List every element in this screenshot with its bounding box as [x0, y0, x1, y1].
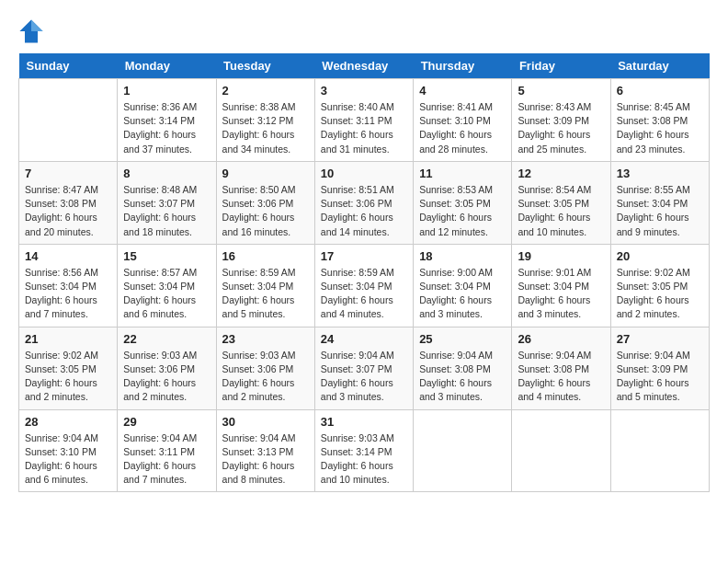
day-cell	[19, 79, 118, 162]
day-number: 25	[419, 332, 506, 346]
weekday-header-row: SundayMondayTuesdayWednesdayThursdayFrid…	[19, 53, 710, 79]
day-number: 20	[617, 249, 703, 263]
day-number: 8	[123, 167, 210, 180]
day-number: 5	[518, 84, 604, 98]
day-cell: 7 Sunrise: 8:47 AMSunset: 3:08 PMDayligh…	[19, 161, 118, 244]
weekday-wednesday: Wednesday	[314, 53, 413, 79]
day-info: Sunrise: 9:01 AMSunset: 3:04 PMDaylight:…	[518, 266, 604, 322]
day-number: 15	[123, 249, 210, 263]
day-cell: 27 Sunrise: 9:04 AMSunset: 3:09 PMDaylig…	[610, 327, 709, 409]
day-cell: 11 Sunrise: 8:53 AMSunset: 3:05 PMDaylig…	[414, 161, 512, 244]
day-number: 12	[518, 167, 604, 180]
day-cell: 18 Sunrise: 9:00 AMSunset: 3:04 PMDaylig…	[414, 244, 512, 327]
day-cell: 13 Sunrise: 8:55 AMSunset: 3:04 PMDaylig…	[610, 161, 709, 244]
day-cell: 14 Sunrise: 8:56 AMSunset: 3:04 PMDaylig…	[19, 244, 118, 327]
logo	[18, 18, 48, 44]
day-cell: 10 Sunrise: 8:51 AMSunset: 3:06 PMDaylig…	[314, 161, 413, 244]
day-number: 11	[419, 167, 506, 180]
day-info: Sunrise: 8:40 AMSunset: 3:11 PMDaylight:…	[321, 100, 407, 156]
day-info: Sunrise: 8:59 AMSunset: 3:04 PMDaylight:…	[222, 266, 309, 322]
day-cell: 5 Sunrise: 8:43 AMSunset: 3:09 PMDayligh…	[512, 79, 610, 162]
day-info: Sunrise: 9:02 AMSunset: 3:05 PMDaylight:…	[617, 266, 703, 322]
day-cell: 15 Sunrise: 8:57 AMSunset: 3:04 PMDaylig…	[118, 244, 216, 327]
day-info: Sunrise: 9:04 AMSunset: 3:08 PMDaylight:…	[518, 349, 604, 405]
weekday-monday: Monday	[118, 53, 216, 79]
day-cell: 3 Sunrise: 8:40 AMSunset: 3:11 PMDayligh…	[314, 79, 413, 162]
day-number: 19	[518, 249, 604, 263]
day-info: Sunrise: 9:04 AMSunset: 3:09 PMDaylight:…	[617, 349, 703, 405]
day-cell: 2 Sunrise: 8:38 AMSunset: 3:12 PMDayligh…	[216, 79, 314, 162]
day-cell: 25 Sunrise: 9:04 AMSunset: 3:08 PMDaylig…	[414, 327, 512, 409]
day-info: Sunrise: 8:45 AMSunset: 3:08 PMDaylight:…	[617, 100, 703, 156]
day-number: 2	[222, 84, 309, 98]
day-number: 3	[321, 84, 407, 98]
day-cell: 21 Sunrise: 9:02 AMSunset: 3:05 PMDaylig…	[19, 327, 118, 409]
day-number: 16	[222, 249, 309, 263]
day-info: Sunrise: 8:50 AMSunset: 3:06 PMDaylight:…	[222, 183, 309, 239]
day-cell: 20 Sunrise: 9:02 AMSunset: 3:05 PMDaylig…	[610, 244, 709, 327]
day-number: 1	[123, 84, 210, 98]
day-cell: 6 Sunrise: 8:45 AMSunset: 3:08 PMDayligh…	[610, 79, 709, 162]
day-info: Sunrise: 8:48 AMSunset: 3:07 PMDaylight:…	[123, 183, 210, 239]
weekday-thursday: Thursday	[414, 53, 512, 79]
day-info: Sunrise: 8:38 AMSunset: 3:12 PMDaylight:…	[222, 100, 309, 156]
day-info: Sunrise: 9:00 AMSunset: 3:04 PMDaylight:…	[419, 266, 506, 322]
day-info: Sunrise: 9:03 AMSunset: 3:14 PMDaylight:…	[321, 431, 407, 488]
day-number: 30	[222, 415, 309, 429]
day-info: Sunrise: 8:51 AMSunset: 3:06 PMDaylight:…	[321, 183, 407, 239]
day-cell	[610, 409, 709, 492]
day-number: 10	[321, 167, 407, 180]
day-info: Sunrise: 9:04 AMSunset: 3:10 PMDaylight:…	[25, 431, 111, 488]
week-row-2: 7 Sunrise: 8:47 AMSunset: 3:08 PMDayligh…	[19, 161, 710, 244]
weekday-sunday: Sunday	[19, 53, 118, 79]
day-number: 28	[25, 415, 111, 429]
page-header	[18, 18, 710, 44]
day-cell: 29 Sunrise: 9:04 AMSunset: 3:11 PMDaylig…	[118, 409, 216, 492]
day-number: 31	[321, 415, 407, 429]
day-number: 27	[617, 332, 703, 346]
day-number: 23	[222, 332, 309, 346]
day-cell: 22 Sunrise: 9:03 AMSunset: 3:06 PMDaylig…	[118, 327, 216, 409]
day-info: Sunrise: 8:55 AMSunset: 3:04 PMDaylight:…	[617, 183, 703, 239]
day-info: Sunrise: 8:53 AMSunset: 3:05 PMDaylight:…	[419, 183, 506, 239]
day-cell: 26 Sunrise: 9:04 AMSunset: 3:08 PMDaylig…	[512, 327, 610, 409]
day-info: Sunrise: 9:04 AMSunset: 3:08 PMDaylight:…	[419, 349, 506, 405]
week-row-3: 14 Sunrise: 8:56 AMSunset: 3:04 PMDaylig…	[19, 244, 710, 327]
day-info: Sunrise: 8:47 AMSunset: 3:08 PMDaylight:…	[25, 183, 111, 239]
day-info: Sunrise: 9:03 AMSunset: 3:06 PMDaylight:…	[123, 349, 210, 405]
day-number: 29	[123, 415, 210, 429]
day-number: 26	[518, 332, 604, 346]
day-info: Sunrise: 8:43 AMSunset: 3:09 PMDaylight:…	[518, 100, 604, 156]
day-cell: 1 Sunrise: 8:36 AMSunset: 3:14 PMDayligh…	[118, 79, 216, 162]
day-cell: 9 Sunrise: 8:50 AMSunset: 3:06 PMDayligh…	[216, 161, 314, 244]
week-row-5: 28 Sunrise: 9:04 AMSunset: 3:10 PMDaylig…	[19, 409, 710, 492]
day-info: Sunrise: 8:57 AMSunset: 3:04 PMDaylight:…	[123, 266, 210, 322]
day-cell	[414, 409, 512, 492]
day-info: Sunrise: 9:04 AMSunset: 3:13 PMDaylight:…	[222, 431, 309, 488]
day-cell	[512, 409, 610, 492]
day-info: Sunrise: 8:56 AMSunset: 3:04 PMDaylight:…	[25, 266, 111, 322]
day-cell: 17 Sunrise: 8:59 AMSunset: 3:04 PMDaylig…	[314, 244, 413, 327]
day-number: 22	[123, 332, 210, 346]
day-cell: 31 Sunrise: 9:03 AMSunset: 3:14 PMDaylig…	[314, 409, 413, 492]
day-number: 14	[25, 249, 111, 263]
day-cell: 24 Sunrise: 9:04 AMSunset: 3:07 PMDaylig…	[314, 327, 413, 409]
day-cell: 23 Sunrise: 9:03 AMSunset: 3:06 PMDaylig…	[216, 327, 314, 409]
day-info: Sunrise: 8:36 AMSunset: 3:14 PMDaylight:…	[123, 100, 210, 156]
svg-marker-1	[31, 19, 43, 31]
day-info: Sunrise: 9:04 AMSunset: 3:07 PMDaylight:…	[321, 349, 407, 405]
weekday-friday: Friday	[512, 53, 610, 79]
day-info: Sunrise: 8:59 AMSunset: 3:04 PMDaylight:…	[321, 266, 407, 322]
day-number: 9	[222, 167, 309, 180]
day-number: 7	[25, 167, 111, 180]
day-cell: 19 Sunrise: 9:01 AMSunset: 3:04 PMDaylig…	[512, 244, 610, 327]
day-info: Sunrise: 9:04 AMSunset: 3:11 PMDaylight:…	[123, 431, 210, 488]
week-row-4: 21 Sunrise: 9:02 AMSunset: 3:05 PMDaylig…	[19, 327, 710, 409]
day-info: Sunrise: 9:03 AMSunset: 3:06 PMDaylight:…	[222, 349, 309, 405]
day-number: 21	[25, 332, 111, 346]
weekday-tuesday: Tuesday	[216, 53, 314, 79]
day-info: Sunrise: 8:54 AMSunset: 3:05 PMDaylight:…	[518, 183, 604, 239]
day-number: 24	[321, 332, 407, 346]
logo-icon	[18, 18, 44, 44]
day-number: 18	[419, 249, 506, 263]
